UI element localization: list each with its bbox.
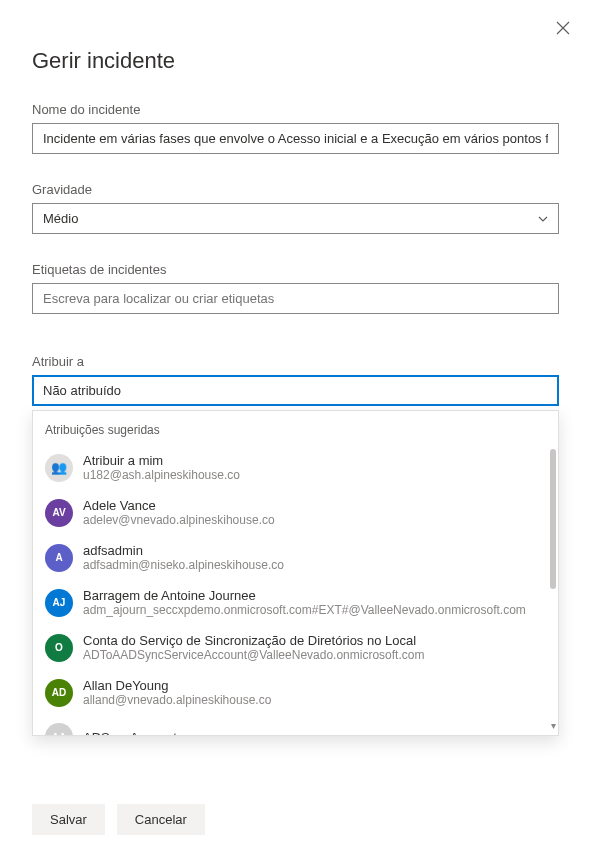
- avatar: AV: [45, 499, 73, 527]
- save-button[interactable]: Salvar: [32, 804, 105, 835]
- severity-value: Médio: [43, 211, 78, 226]
- scrollbar[interactable]: [550, 449, 556, 709]
- suggestion-text: Atribuir a mimu182@ash.alpineskihouse.co: [83, 453, 546, 482]
- suggestion-name: Atribuir a mim: [83, 453, 546, 468]
- suggestion-email: u182@ash.alpineskihouse.co: [83, 468, 546, 482]
- suggestions-header: Atribuições sugeridas: [33, 411, 558, 445]
- assign-to-field: Atribuir a Atribuições sugeridas 👥Atribu…: [32, 354, 559, 736]
- suggestion-name: Barragem de Antoine Journee: [83, 588, 546, 603]
- suggestion-email: adm_ajourn_seccxpdemo.onmicrosoft.com#EX…: [83, 603, 546, 617]
- tags-field: Etiquetas de incidentes: [32, 262, 559, 314]
- suggestion-text: Adele Vanceadelev@vnevado.alpineskihouse…: [83, 498, 546, 527]
- suggestion-email: ADToAADSyncServiceAccount@ValleeNevado.o…: [83, 648, 546, 662]
- footer-buttons: Salvar Cancelar: [32, 804, 205, 835]
- suggestion-name: Allan DeYoung: [83, 678, 546, 693]
- cancel-button[interactable]: Cancelar: [117, 804, 205, 835]
- incident-name-input[interactable]: [32, 123, 559, 154]
- avatar: O: [45, 634, 73, 662]
- severity-select[interactable]: Médio: [32, 203, 559, 234]
- tags-input[interactable]: [32, 283, 559, 314]
- incident-name-field: Nome do incidente: [32, 102, 559, 154]
- suggestion-name: Conta do Serviço de Sincronização de Dir…: [83, 633, 546, 648]
- suggestion-name: Adele Vance: [83, 498, 546, 513]
- avatar: AD: [45, 679, 73, 707]
- avatar: AJ: [45, 589, 73, 617]
- avatar: A: [45, 544, 73, 572]
- suggestion-name: ADSyncAccounts: [83, 730, 546, 736]
- suggestion-item[interactable]: ADAllan DeYoungalland@vnevado.alpineskih…: [33, 670, 558, 715]
- chevron-down-icon: [538, 213, 548, 224]
- assign-to-label: Atribuir a: [32, 354, 559, 369]
- incident-name-label: Nome do incidente: [32, 102, 559, 117]
- suggestion-name: adfsadmin: [83, 543, 546, 558]
- suggestions-dropdown: Atribuições sugeridas 👥Atribuir a mimu18…: [32, 410, 559, 736]
- suggestion-text: Allan DeYoungalland@vnevado.alpineskihou…: [83, 678, 546, 707]
- scrollbar-thumb[interactable]: [550, 449, 556, 589]
- suggestion-email: adfsadmin@niseko.alpineskihouse.co: [83, 558, 546, 572]
- suggestion-item[interactable]: OConta do Serviço de Sincronização de Di…: [33, 625, 558, 670]
- close-button[interactable]: [551, 16, 575, 40]
- suggestion-item[interactable]: AAADSyncAccounts: [33, 715, 558, 735]
- avatar: 👥: [45, 454, 73, 482]
- suggestion-item[interactable]: Aadfsadminadfsadmin@niseko.alpineskihous…: [33, 535, 558, 580]
- suggestion-text: ADSyncAccounts: [83, 730, 546, 736]
- suggestion-email: alland@vnevado.alpineskihouse.co: [83, 693, 546, 707]
- dialog-title: Gerir incidente: [32, 48, 559, 74]
- suggestions-list[interactable]: 👥Atribuir a mimu182@ash.alpineskihouse.c…: [33, 445, 558, 735]
- suggestion-item[interactable]: 👥Atribuir a mimu182@ash.alpineskihouse.c…: [33, 445, 558, 490]
- suggestion-text: adfsadminadfsadmin@niseko.alpineskihouse…: [83, 543, 546, 572]
- suggestion-item[interactable]: AJBarragem de Antoine Journeeadm_ajourn_…: [33, 580, 558, 625]
- suggestion-text: Barragem de Antoine Journeeadm_ajourn_se…: [83, 588, 546, 617]
- avatar: AA: [45, 723, 73, 735]
- severity-label: Gravidade: [32, 182, 559, 197]
- suggestion-email: adelev@vnevado.alpineskihouse.co: [83, 513, 546, 527]
- severity-field: Gravidade Médio: [32, 182, 559, 234]
- scrollbar-down-icon[interactable]: ▾: [551, 720, 556, 731]
- tags-label: Etiquetas de incidentes: [32, 262, 559, 277]
- assign-to-input[interactable]: [32, 375, 559, 406]
- suggestion-item[interactable]: AVAdele Vanceadelev@vnevado.alpineskihou…: [33, 490, 558, 535]
- suggestion-text: Conta do Serviço de Sincronização de Dir…: [83, 633, 546, 662]
